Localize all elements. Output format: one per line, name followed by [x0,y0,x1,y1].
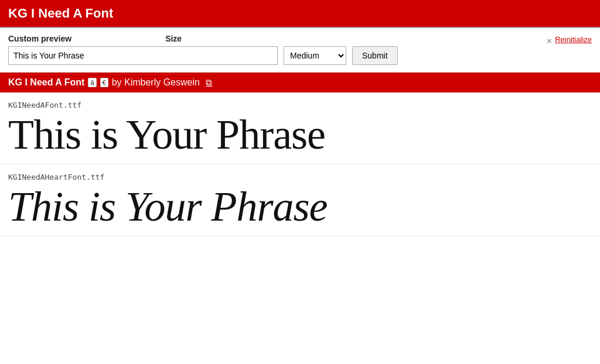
reinitialize-x-icon: ✕ [546,37,553,46]
font-author: by Kimberly Geswein ⧉ [112,77,213,88]
font-preview-2: KGINeedAHeartFont.ttf This is Your Phras… [0,164,600,236]
font-filename-2: KGINeedAHeartFont.ttf [8,173,592,181]
controls-bar: Custom preview Size Small Medium Large E… [0,28,600,73]
font-preview-text-1: This is Your Phrase [8,112,592,158]
font-section-title: KG I Need A Font [8,77,84,88]
font-badge-2: € [100,78,108,87]
font-section-header: KG I Need A Font â € by Kimberly Geswein… [0,73,600,92]
reinitialize-link[interactable]: Reinitialize [555,35,592,44]
page-title: KG I Need A Font [8,6,592,21]
font-filename-1: KGINeedAFont.ttf [8,101,592,109]
custom-preview-input[interactable] [8,46,278,65]
submit-button[interactable]: Submit [352,46,398,65]
custom-preview-label: Custom preview [8,34,71,43]
size-label: Size [165,34,182,43]
external-link-icon[interactable]: ⧉ [206,77,212,87]
page-header: KG I Need A Font [0,0,600,28]
font-badge-1: â [88,78,96,87]
font-preview-1: KGINeedAFont.ttf This is Your Phrase [0,92,600,164]
size-select[interactable]: Small Medium Large Extra Large [284,46,346,65]
font-preview-text-2: This is Your Phrase [8,184,592,230]
